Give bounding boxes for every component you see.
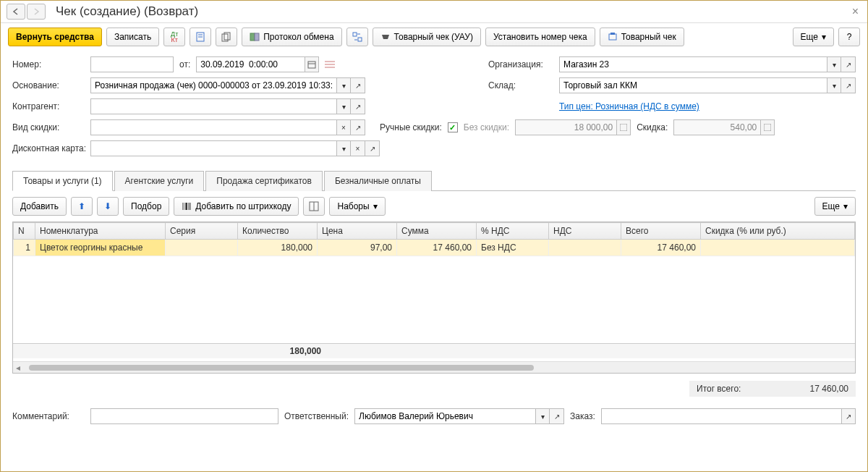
dropdown-icon[interactable]: ▾ — [827, 77, 841, 93]
svg-rect-9 — [609, 34, 616, 40]
comment-label: Комментарий: — [12, 411, 85, 421]
warehouse-input[interactable] — [559, 77, 827, 93]
manual-discounts-checkbox[interactable]: ✓ — [448, 122, 458, 132]
table-row[interactable]: 1 Цветок георгины красные 180,000 97,00 … — [14, 240, 855, 256]
pick-button[interactable]: Подбор — [123, 197, 169, 216]
svg-rect-17 — [764, 124, 771, 131]
footer-qty: 180,000 — [242, 346, 321, 356]
col-sum[interactable]: Сумма — [397, 223, 477, 240]
counterparty-input[interactable] — [90, 98, 336, 114]
svg-rect-11 — [308, 62, 315, 68]
org-input[interactable] — [559, 56, 827, 72]
col-discount[interactable]: Скидка (% или руб.) — [701, 223, 855, 240]
date-input[interactable] — [196, 56, 305, 72]
dropdown-icon[interactable]: ▾ — [827, 56, 841, 72]
col-price[interactable]: Цена — [318, 223, 397, 240]
tab-agent[interactable]: Агентские услуги — [114, 171, 205, 191]
base-sum-input — [515, 119, 616, 135]
clear-icon[interactable]: × — [336, 119, 351, 135]
col-vat-pct[interactable]: % НДС — [477, 223, 549, 240]
col-total[interactable]: Всего — [621, 223, 701, 240]
svg-rect-10 — [610, 33, 615, 35]
open-icon[interactable]: ↗ — [550, 408, 564, 424]
discount-card-label: Дисконтная карта: — [12, 143, 85, 153]
set-number-button[interactable]: Установить номер чека — [485, 28, 595, 46]
discount-card-input[interactable] — [90, 140, 336, 156]
move-up-button[interactable]: ⬆ — [71, 197, 93, 216]
help-button[interactable]: ? — [838, 28, 860, 46]
receipt-button[interactable]: Товарный чек — [600, 28, 684, 46]
add-button[interactable]: Добавить — [12, 197, 67, 216]
counterparty-label: Контрагент: — [12, 101, 85, 111]
discount-type-label: Вид скидки: — [12, 122, 85, 132]
dropdown-icon[interactable]: ▾ — [336, 77, 351, 93]
tab-goods[interactable]: Товары и услуги (1) — [12, 171, 113, 191]
open-icon[interactable]: ↗ — [351, 98, 365, 114]
add-barcode-button[interactable]: Добавить по штрихкоду — [174, 197, 299, 216]
col-name[interactable]: Номенклатура — [35, 223, 166, 240]
chevron-down-icon: ▾ — [373, 201, 378, 211]
comment-input[interactable] — [90, 408, 278, 424]
manual-discounts-label: Ручные скидки: — [380, 122, 442, 132]
sets-button[interactable]: Наборы ▾ — [329, 197, 385, 216]
col-series[interactable]: Серия — [166, 223, 238, 240]
col-qty[interactable]: Количество — [238, 223, 318, 240]
calendar-icon[interactable] — [305, 56, 319, 72]
order-input[interactable] — [601, 408, 841, 424]
open-icon[interactable]: ↗ — [365, 140, 380, 156]
write-button[interactable]: Записать — [106, 28, 159, 46]
tab-cashless[interactable]: Безналичные оплаты — [324, 171, 432, 191]
discount-input — [673, 119, 760, 135]
calc-icon[interactable] — [760, 119, 775, 135]
close-icon[interactable]: × — [849, 5, 861, 18]
nav-forward-button[interactable] — [27, 4, 46, 20]
clear-icon[interactable]: × — [351, 140, 365, 156]
discount-type-input[interactable] — [90, 119, 336, 135]
open-icon[interactable]: ↗ — [841, 56, 856, 72]
basis-label: Основание: — [12, 80, 85, 90]
discount-label: Скидка: — [637, 122, 668, 132]
document-icon[interactable] — [190, 28, 211, 46]
nav-back-button[interactable] — [7, 4, 25, 20]
more-button[interactable]: Еще ▾ — [793, 28, 834, 46]
table-more-button[interactable]: Еще ▾ — [814, 197, 856, 216]
h-scrollbar[interactable]: ◂ — [13, 361, 855, 373]
order-label: Заказ: — [570, 411, 595, 421]
number-input[interactable] — [90, 56, 174, 72]
responsible-label: Ответственный: — [284, 411, 349, 421]
chevron-down-icon: ▾ — [822, 32, 826, 42]
responsible-input[interactable] — [354, 408, 535, 424]
swap-icon[interactable] — [346, 28, 368, 46]
svg-rect-8 — [358, 38, 362, 41]
basis-input[interactable] — [90, 77, 336, 93]
tab-certificates[interactable]: Продажа сертификатов — [205, 171, 323, 191]
open-icon[interactable]: ↗ — [351, 77, 365, 93]
dropdown-icon[interactable]: ▾ — [336, 140, 351, 156]
copy-icon[interactable] — [216, 28, 237, 46]
move-down-button[interactable]: ⬇ — [97, 197, 119, 216]
price-type-link[interactable]: Тип цен: Розничная (НДС в сумме) — [559, 101, 699, 111]
open-icon[interactable]: ↗ — [351, 119, 365, 135]
col-n[interactable]: N — [14, 223, 35, 240]
dt-kt-icon[interactable]: ДтКт — [163, 28, 185, 46]
refund-button[interactable]: Вернуть средства — [8, 28, 102, 46]
org-label: Организация: — [488, 59, 553, 69]
warehouse-label: Склад: — [488, 80, 553, 90]
svg-rect-7 — [353, 33, 357, 36]
dropdown-icon[interactable]: ▾ — [535, 408, 550, 424]
number-label: Номер: — [12, 59, 85, 69]
window-title: Чек (создание) (Возврат) — [56, 4, 849, 19]
open-icon[interactable]: ↗ — [841, 77, 856, 93]
list-icon[interactable] — [325, 60, 335, 69]
no-discount-label: Без скидки: — [464, 122, 509, 132]
svg-rect-5 — [250, 33, 255, 41]
exchange-protocol-button[interactable]: Протокол обмена — [242, 28, 341, 46]
total-box: Итог всего: 17 460,00 — [689, 381, 856, 397]
col-vat[interactable]: НДС — [549, 223, 621, 240]
chevron-down-icon: ▾ — [843, 201, 848, 211]
dropdown-icon[interactable]: ▾ — [336, 98, 351, 114]
calc-icon[interactable] — [616, 119, 631, 135]
columns-icon[interactable] — [303, 197, 325, 216]
receipt-uau-button[interactable]: Товарный чек (УАУ) — [373, 28, 481, 46]
open-icon[interactable]: ↗ — [841, 408, 856, 424]
